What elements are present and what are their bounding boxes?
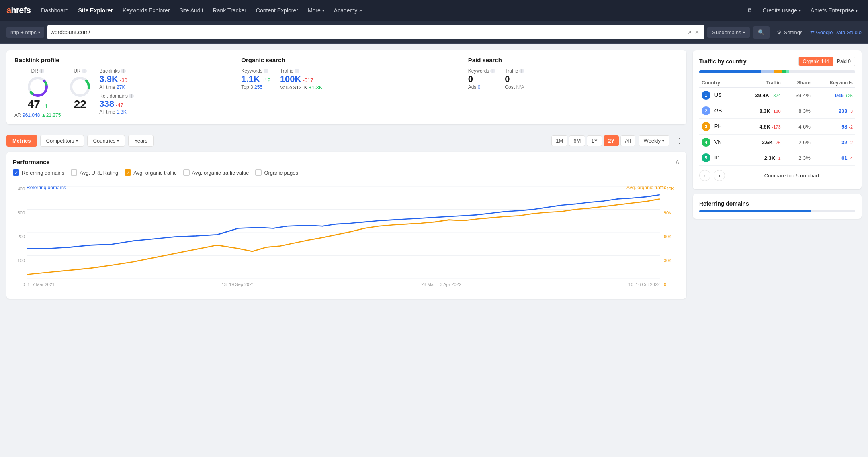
organic-traffic-info[interactable]: i [295,69,299,73]
paid-traffic-metric: Traffic i 0 Cost N/A [505,68,524,90]
account-menu[interactable]: Ahrefs Enterprise ▾ [807,5,862,16]
refdomains-metric: Ref. domains i 338 -47 All time 1.3K [99,93,134,115]
traffic-by-country-card: Traffic by country Organic 144 Paid 0 [693,50,862,189]
rank-badge: 2 [702,106,710,115]
traffic-title: Traffic by country [699,58,746,65]
cb-traffic-value[interactable]: Avg. organic traffic value [183,169,249,176]
traffic-header: Traffic by country Organic 144 Paid 0 [699,57,855,66]
left-column: Backlink profile DR i [6,50,686,299]
col-country: Country [699,78,737,88]
tab-metrics[interactable]: Metrics [6,135,37,147]
period-1m[interactable]: 1M [551,135,567,146]
organic-toggle-btn[interactable]: Organic 144 [799,57,833,66]
rank-badge: 4 [702,138,710,147]
keywords-change: -4 [849,156,853,161]
tab-competitors[interactable]: Competitors ▾ [40,135,84,147]
paid-toggle-btn[interactable]: Paid 0 [833,57,855,66]
referring-domains-title: Referring domains [699,200,855,207]
traffic-value: 2.6K [762,139,773,145]
rank-badge: 5 [702,153,710,162]
ur-info-icon[interactable]: i [82,69,87,73]
country-cell: 1 US [699,88,737,103]
clear-icon[interactable]: ✕ [693,28,701,37]
performance-header: Performance ∧ [6,152,686,169]
share-cell: 2.6% [783,135,813,150]
nav-site-audit[interactable]: Site Audit [175,5,207,16]
period-6m[interactable]: 6M [569,135,585,146]
nav-rank-tracker[interactable]: Rank Tracker [209,5,250,16]
traffic-change: -180 [772,109,781,114]
paid-section: Paid search Keywords i 0 Ads 0 Traffic i… [460,50,686,124]
tab-countries[interactable]: Countries ▾ [87,135,125,147]
backlinks-change: -30 [120,77,127,83]
bar-id [786,70,789,73]
logo[interactable]: ahrefs [6,5,31,16]
search-bar: http + https ▾ ↗ ✕ Subdomains ▾ 🔍 ⚙ Sett… [0,21,868,44]
x-axis-labels: 1–7 Mar 2021 13–19 Sep 2021 28 Mar – 3 A… [27,280,660,287]
period-all[interactable]: All [620,135,635,146]
pagination: ‹ › Compare top 5 on chart [699,166,855,183]
overview-card: Backlink profile DR i [6,50,686,124]
paid-kw-value: 0 [468,74,473,84]
performance-card: Performance ∧ ✓ Referring domains Avg. U… [6,152,686,299]
organic-traffic-change: -517 [303,77,313,83]
google-data-studio-link[interactable]: ⇄ Google Data Studio [810,29,862,35]
period-2y[interactable]: 2Y [604,135,619,146]
collapse-button[interactable]: ∧ [675,157,680,166]
refdomains-change: -47 [116,102,123,108]
backlink-section: Backlink profile DR i [6,50,233,124]
organic-kw-info[interactable]: i [264,69,268,73]
protocol-dropdown[interactable]: http + https ▾ [6,27,44,38]
search-button[interactable]: 🔍 [753,26,770,39]
time-period-group: 1M 6M 1Y 2Y All [551,135,635,146]
traffic-cell: 39.4K +874 [737,88,783,103]
external-link-icon[interactable]: ↗ [686,28,693,37]
cb-organic-pages[interactable]: Organic pages [255,169,298,176]
paid-traffic-info[interactable]: i [519,69,524,73]
table-row: 2 GB 8.3K -180 8.3% 233 -3 [699,103,855,119]
traffic-value: 2.3K [764,155,775,161]
organic-paid-toggle: Organic 144 Paid 0 [798,57,855,66]
cb-referring-domains-box: ✓ [13,169,19,176]
keywords-change: -3 [849,109,853,114]
backlink-metrics: Backlinks i 3.9K -30 All time 27K R [99,68,134,115]
traffic-change: -173 [772,124,781,129]
backlinks-alltime: All time 27K [99,84,134,90]
cb-traffic-value-box [183,169,190,176]
nav-site-explorer[interactable]: Site Explorer [74,5,117,16]
keywords-cell: 98 -2 [813,119,855,135]
refdomains-info-icon[interactable]: i [129,94,134,98]
cb-avg-organic-traffic[interactable]: ✓ Avg. organic traffic [125,169,176,176]
backlinks-info-icon[interactable]: i [121,69,126,73]
keywords-change: -2 [849,124,853,129]
ur-donut-chart [69,75,91,98]
traffic-change: -1 [777,156,781,161]
nav-keywords-explorer[interactable]: Keywords Explorer [119,5,174,16]
url-input[interactable] [51,29,686,35]
share-cell: 8.3% [783,103,813,119]
share-cell: 2.3% [783,150,813,166]
dr-info-icon[interactable]: i [39,69,44,73]
monitor-icon[interactable]: 🖥 [743,5,757,16]
more-options-button[interactable]: ⋮ [673,134,686,147]
col-traffic: Traffic [737,78,783,88]
traffic-cell: 2.3K -1 [737,150,783,166]
nav-academy[interactable]: Academy ↗ [330,5,366,16]
mode-dropdown[interactable]: Subdomains ▾ [707,27,749,38]
keywords-value: 32 [841,139,847,145]
cb-avg-url-rating[interactable]: Avg. URL Rating [71,169,118,176]
nav-dashboard[interactable]: Dashboard [37,5,73,16]
period-1y[interactable]: 1Y [587,135,602,146]
interval-dropdown[interactable]: Weekly ▾ [639,135,669,146]
next-page-button[interactable]: › [714,170,725,181]
cb-referring-domains[interactable]: ✓ Referring domains [13,169,64,176]
prev-page-button[interactable]: ‹ [699,170,710,181]
referring-domains-bar [699,210,855,212]
nav-content-explorer[interactable]: Content Explorer [252,5,302,16]
country-name: VN [714,139,722,145]
paid-kw-info[interactable]: i [490,69,495,73]
settings-link[interactable]: ⚙ Settings [773,27,807,38]
tab-years[interactable]: Years [128,135,154,147]
credits-usage[interactable]: Credits usage ▾ [758,5,805,16]
nav-more[interactable]: More▾ [304,5,328,16]
